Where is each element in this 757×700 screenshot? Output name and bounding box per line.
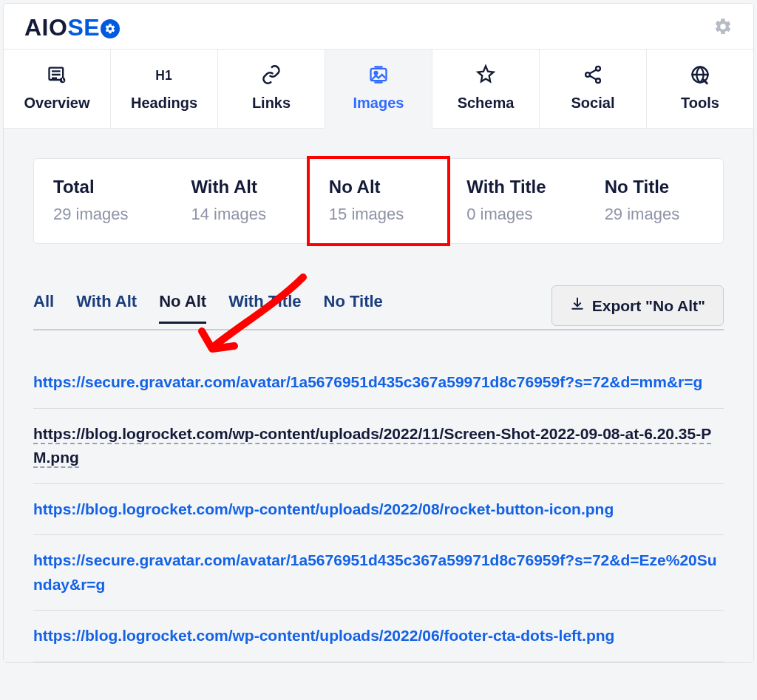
url-row: https://blog.logrocket.com/wp-content/up…: [33, 484, 724, 536]
stat-title: No Title: [605, 177, 704, 197]
stat-with-title[interactable]: With Title0 images: [447, 159, 585, 243]
tab-label: Headings: [131, 95, 197, 112]
tab-tools[interactable]: Tools: [647, 50, 753, 129]
url-row: https://blog.logrocket.com/wp-content/up…: [33, 409, 724, 484]
tab-social[interactable]: Social: [540, 50, 647, 129]
svg-point-3: [375, 72, 378, 75]
stats-row: Total29 imagesWith Alt14 imagesNo Alt15 …: [33, 158, 724, 244]
stat-title: With Title: [466, 177, 566, 197]
url-row: https://blog.logrocket.com/wp-content/up…: [33, 611, 724, 662]
tab-label: Tools: [681, 95, 719, 112]
svg-point-6: [596, 78, 600, 83]
links-icon: [261, 64, 282, 85]
logo-text: AIOSE: [24, 14, 120, 41]
gear-icon: [713, 26, 733, 38]
filter-all[interactable]: All: [33, 292, 54, 324]
filter-with-alt[interactable]: With Alt: [76, 292, 137, 324]
svg-point-5: [585, 72, 590, 77]
logo-part2: SE: [67, 14, 100, 41]
overview-icon: [47, 64, 67, 85]
header: AIOSE: [4, 4, 753, 49]
stat-sub: 29 images: [53, 205, 152, 224]
tab-overview[interactable]: Overview: [4, 50, 111, 129]
stat-title: With Alt: [191, 177, 290, 197]
export-button[interactable]: Export "No Alt": [551, 285, 724, 326]
images-icon: [368, 64, 389, 85]
stat-sub: 0 images: [466, 205, 566, 224]
filter-with-title[interactable]: With Title: [228, 292, 301, 324]
panel-body: Total29 imagesWith Alt14 imagesNo Alt15 …: [4, 129, 753, 662]
filter-tabs: AllWith AltNo AltWith TitleNo Title: [33, 292, 383, 324]
svg-text:H1: H1: [155, 68, 172, 83]
tab-label: Schema: [458, 95, 515, 112]
url-link[interactable]: https://blog.logrocket.com/wp-content/up…: [33, 425, 711, 469]
tab-schema[interactable]: Schema: [432, 50, 540, 129]
url-link[interactable]: https://blog.logrocket.com/wp-content/up…: [33, 627, 614, 644]
tab-headings[interactable]: H1Headings: [111, 50, 218, 129]
filter-row: AllWith AltNo AltWith TitleNo Title Expo…: [33, 285, 724, 330]
tab-label: Overview: [24, 95, 90, 112]
filter-no-title[interactable]: No Title: [324, 292, 383, 324]
stat-total[interactable]: Total29 images: [34, 159, 172, 243]
tools-icon: [690, 64, 710, 85]
url-link[interactable]: https://blog.logrocket.com/wp-content/up…: [33, 500, 614, 517]
stat-title: Total: [53, 177, 152, 197]
url-link[interactable]: https://secure.gravatar.com/avatar/1a567…: [33, 551, 717, 593]
stat-sub: 15 images: [329, 205, 428, 224]
schema-icon: [475, 64, 496, 85]
stat-sub: 14 images: [191, 205, 290, 224]
settings-button[interactable]: [713, 17, 733, 39]
headings-icon: H1: [154, 64, 174, 85]
logo-part1: AIO: [24, 14, 67, 41]
tab-links[interactable]: Links: [218, 50, 325, 129]
download-icon: [570, 296, 585, 315]
tab-label: Social: [571, 95, 615, 112]
url-list: https://secure.gravatar.com/avatar/1a567…: [33, 370, 724, 662]
logo-gear-icon: [101, 19, 120, 38]
tab-images[interactable]: Images: [325, 50, 432, 129]
app-window: AIOSE OverviewH1HeadingsLinksImagesSchem…: [3, 3, 754, 663]
stat-title: No Alt: [329, 177, 428, 197]
tab-label: Images: [353, 95, 404, 112]
stat-no-alt[interactable]: No Alt15 images: [310, 159, 447, 243]
logo: AIOSE: [24, 14, 120, 41]
stat-no-title[interactable]: No Title29 images: [585, 159, 723, 243]
url-link[interactable]: https://secure.gravatar.com/avatar/1a567…: [33, 373, 702, 390]
url-row: https://secure.gravatar.com/avatar/1a567…: [33, 535, 724, 611]
export-button-label: Export "No Alt": [592, 297, 705, 315]
main-nav: OverviewH1HeadingsLinksImagesSchemaSocia…: [4, 49, 753, 129]
stat-sub: 29 images: [605, 205, 704, 224]
url-row: https://secure.gravatar.com/avatar/1a567…: [33, 370, 724, 409]
social-icon: [583, 64, 603, 85]
filter-no-alt[interactable]: No Alt: [159, 292, 206, 324]
svg-point-4: [596, 67, 600, 71]
stat-with-alt[interactable]: With Alt14 images: [172, 159, 309, 243]
tab-label: Links: [252, 95, 291, 112]
